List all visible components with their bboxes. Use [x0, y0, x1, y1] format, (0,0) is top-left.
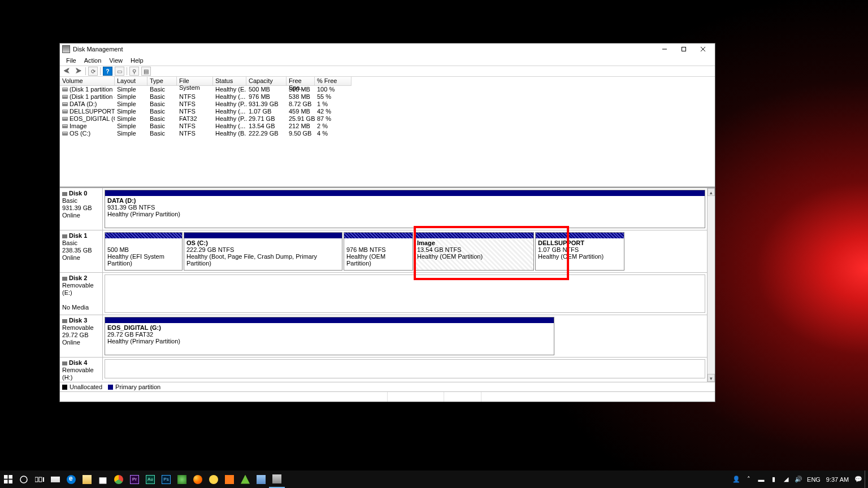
- volume-row[interactable]: ImageSimpleBasicNTFSHealthy (...13.54 GB…: [60, 123, 715, 130]
- svg-rect-4: [4, 475, 8, 479]
- partition[interactable]: 500 MBHealthy (EFI System Partition): [105, 232, 183, 271]
- volume-row[interactable]: OS (C:)SimpleBasicNTFSHealthy (B...222.2…: [60, 130, 715, 137]
- window-title: Disk Management: [73, 46, 123, 53]
- close-button[interactable]: [693, 43, 713, 55]
- edge-icon[interactable]: e: [63, 470, 79, 488]
- partition-color-bar: [344, 233, 413, 238]
- volume-row[interactable]: DELLSUPPORTSimpleBasicNTFSHealthy (...1.…: [60, 108, 715, 115]
- volume-icon[interactable]: 🔊: [792, 476, 805, 483]
- partition-color-bar: [105, 317, 554, 323]
- firefox-icon[interactable]: [190, 470, 206, 488]
- tray-chevron-icon[interactable]: ˄: [743, 476, 755, 483]
- action-center-icon[interactable]: 💬: [852, 476, 865, 483]
- col-type[interactable]: Type: [147, 77, 177, 86]
- col-capacity[interactable]: Capacity: [246, 77, 287, 86]
- clock[interactable]: 9:37 AM: [823, 476, 852, 483]
- taskbar-app-icon[interactable]: [237, 470, 253, 488]
- show-desktop-button[interactable]: [865, 470, 868, 488]
- scrollbar[interactable]: ▴ ▾: [707, 188, 715, 382]
- network-icon[interactable]: ▬: [755, 476, 767, 483]
- partition[interactable]: DELLSUPPORT1.07 GB NTFSHealthy (OEM Part…: [535, 232, 624, 271]
- toolbar-button[interactable]: ⚲: [129, 67, 139, 76]
- volume-row[interactable]: (Disk 1 partition 1)SimpleBasicHealthy (…: [60, 86, 715, 93]
- audition-icon[interactable]: Au: [142, 470, 158, 488]
- cortana-icon[interactable]: [16, 470, 32, 488]
- disk-row: Disk 0 Basic931.39 GBOnline DATA (D:) 93…: [60, 188, 707, 230]
- store-icon[interactable]: [95, 470, 111, 488]
- col-filesystem[interactable]: File System: [177, 77, 213, 86]
- menu-file[interactable]: File: [62, 57, 80, 64]
- disk-row: Disk 2 Removable (E:) No Media: [60, 273, 707, 315]
- menu-action[interactable]: Action: [80, 57, 106, 64]
- taskbar[interactable]: e Pr Au Ps 👤 ˄ ▬ ▮ ◢ 🔊 ENG 9:37 AM 💬: [0, 470, 868, 488]
- disk-graphical-view: ▴ ▾ Disk 0 Basic931.39 GBOnline DATA (D:…: [60, 187, 715, 382]
- partition[interactable]: EOS_DIGITAL (G:)29.72 GB FAT32Healthy (P…: [105, 317, 554, 355]
- partition-empty[interactable]: [105, 359, 705, 378]
- disk-label[interactable]: Disk 2 Removable (E:) No Media: [60, 273, 103, 315]
- language-indicator[interactable]: ENG: [805, 476, 823, 483]
- disk-label[interactable]: Disk 3 Removable29.72 GBOnline: [60, 315, 103, 357]
- people-icon[interactable]: 👤: [730, 476, 743, 483]
- disk-row: Disk 4 Removable (H:) No Media: [60, 358, 707, 380]
- disk-icon: [62, 361, 67, 365]
- forward-icon[interactable]: ⮞: [73, 67, 83, 76]
- maximize-button[interactable]: [674, 43, 693, 55]
- taskbar-app-icon[interactable]: [222, 470, 237, 488]
- partition-color-bar: [105, 190, 705, 196]
- toolbar-separator: [127, 67, 127, 75]
- menubar: File Action View Help: [60, 55, 715, 66]
- disk-label[interactable]: Disk 1 Basic238.35 GBOnline: [60, 230, 103, 272]
- menu-view[interactable]: View: [105, 57, 127, 64]
- disk-icon: [62, 277, 67, 281]
- disk-icon: [62, 319, 67, 323]
- start-button[interactable]: [0, 470, 16, 488]
- toolbar-button[interactable]: ▭: [115, 67, 124, 76]
- volume-row[interactable]: (Disk 1 partition 4)SimpleBasicNTFSHealt…: [60, 93, 715, 101]
- photoshop-icon[interactable]: Ps: [158, 470, 174, 488]
- svg-rect-10: [39, 477, 42, 482]
- battery-icon[interactable]: ▮: [767, 476, 780, 483]
- col-pctfree[interactable]: % Free: [315, 77, 351, 86]
- svg-rect-5: [8, 475, 12, 479]
- refresh-icon[interactable]: ⟳: [88, 67, 98, 76]
- disk-management-taskbar-icon[interactable]: [269, 470, 285, 488]
- partition-image[interactable]: Image13.54 GB NTFSHealthy (OEM Partition…: [414, 232, 534, 271]
- wifi-icon[interactable]: ◢: [780, 476, 792, 483]
- help-icon[interactable]: ?: [103, 67, 112, 76]
- taskbar-app-icon[interactable]: [206, 470, 222, 488]
- partition[interactable]: DATA (D:) 931.39 GB NTFS Healthy (Primar…: [105, 190, 705, 228]
- volume-row[interactable]: DATA (D:)SimpleBasicNTFSHealthy (P...931…: [60, 101, 715, 108]
- volume-list-header[interactable]: Volume Layout Type File System Status Ca…: [60, 77, 715, 86]
- disk-icon: [62, 192, 67, 196]
- taskbar-app-icon[interactable]: [253, 470, 269, 488]
- col-freespace[interactable]: Free Spa...: [287, 77, 315, 86]
- partition[interactable]: 976 MB NTFSHealthy (OEM Partition): [344, 232, 413, 271]
- legend-swatch-primary: [108, 385, 113, 390]
- disk-icon: [62, 234, 67, 238]
- minimize-button[interactable]: [655, 43, 674, 55]
- titlebar[interactable]: Disk Management: [60, 43, 715, 55]
- volume-row[interactable]: EOS_DIGITAL (G:)SimpleBasicFAT32Healthy …: [60, 115, 715, 123]
- disk-label[interactable]: Disk 0 Basic931.39 GBOnline: [60, 188, 103, 230]
- back-icon[interactable]: ⮜: [62, 67, 71, 76]
- disk-management-window: Disk Management File Action View Help ⮜ …: [59, 43, 715, 402]
- partition-empty[interactable]: [105, 274, 705, 313]
- scroll-up-icon[interactable]: ▴: [708, 188, 715, 196]
- col-volume[interactable]: Volume: [60, 77, 115, 86]
- partition-color-bar: [415, 233, 533, 238]
- task-view-icon[interactable]: [32, 470, 47, 488]
- col-layout[interactable]: Layout: [115, 77, 147, 86]
- disk-label[interactable]: Disk 4 Removable (H:) No Media: [60, 358, 103, 380]
- legend-swatch-unallocated: [62, 385, 67, 390]
- taskbar-app-icon[interactable]: [174, 470, 190, 488]
- menu-help[interactable]: Help: [127, 57, 147, 64]
- chrome-icon[interactable]: [111, 470, 127, 488]
- scroll-down-icon[interactable]: ▾: [708, 374, 715, 382]
- premiere-icon[interactable]: Pr: [127, 470, 142, 488]
- volume-list[interactable]: Volume Layout Type File System Status Ca…: [60, 77, 715, 187]
- file-explorer-icon[interactable]: [79, 470, 95, 488]
- toolbar-button[interactable]: ▤: [141, 67, 151, 76]
- col-status[interactable]: Status: [213, 77, 246, 86]
- mail-icon[interactable]: [47, 470, 63, 488]
- partition[interactable]: OS (C:)222.29 GB NTFSHealthy (Boot, Page…: [184, 232, 342, 271]
